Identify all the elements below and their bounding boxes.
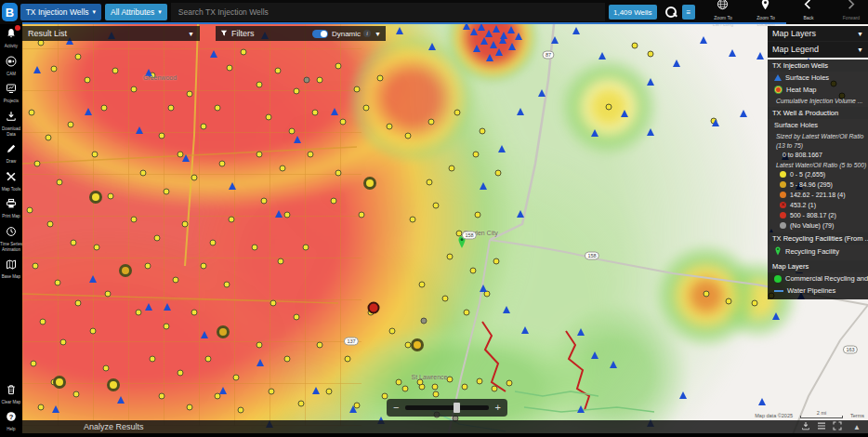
- surface-hole-marker[interactable]: [521, 326, 529, 334]
- well-marker[interactable]: [632, 43, 638, 49]
- surface-hole-marker[interactable]: [52, 405, 59, 413]
- well-marker[interactable]: [90, 328, 97, 335]
- well-marker[interactable]: [75, 300, 82, 307]
- surface-hole-marker[interactable]: [145, 303, 152, 311]
- well-marker[interactable]: [256, 82, 263, 88]
- surface-hole-marker[interactable]: [229, 182, 236, 190]
- terms-link[interactable]: Terms: [850, 413, 864, 418]
- surface-hole-marker[interactable]: [89, 275, 97, 283]
- well-marker[interactable]: [34, 161, 41, 167]
- surface-hole-marker[interactable]: [591, 129, 598, 137]
- well-marker[interactable]: [164, 324, 170, 330]
- well-marker[interactable]: [31, 361, 37, 367]
- analyze-results-bar[interactable]: Analyze Results ▲: [22, 420, 868, 433]
- surface-hole-marker[interactable]: [647, 128, 654, 136]
- surface-hole-marker[interactable]: [331, 108, 338, 115]
- surface-hole-marker[interactable]: [478, 24, 485, 31]
- well-marker[interactable]: [382, 393, 388, 400]
- well-marker[interactable]: [75, 54, 82, 60]
- well-marker[interactable]: [396, 379, 402, 386]
- well-marker[interactable]: [103, 365, 110, 372]
- well-marker[interactable]: [402, 386, 409, 392]
- surface-hole-marker[interactable]: [503, 306, 510, 313]
- well-marker[interactable]: [280, 166, 286, 172]
- well-marker[interactable]: [308, 152, 314, 158]
- well-marker[interactable]: [506, 380, 513, 387]
- list-search-icon[interactable]: ≡: [682, 5, 695, 20]
- sidebar-item-draw[interactable]: Draw: [0, 141, 22, 165]
- surface-hole-marker[interactable]: [499, 36, 506, 44]
- result-list-bar[interactable]: Result List ▼: [22, 26, 200, 41]
- sidebar-item-map-tools[interactable]: Map Tools: [0, 169, 22, 192]
- well-marker[interactable]: [201, 263, 207, 270]
- large-well-marker[interactable]: [363, 177, 376, 190]
- well-marker[interactable]: [73, 391, 80, 398]
- well-marker[interactable]: [85, 77, 91, 84]
- well-marker[interactable]: [187, 404, 193, 411]
- well-marker[interactable]: [493, 258, 500, 265]
- large-well-marker[interactable]: [53, 376, 66, 389]
- well-marker[interactable]: [473, 152, 480, 158]
- sidebar-item-activity[interactable]: Activity: [0, 26, 22, 49]
- well-marker[interactable]: [210, 240, 217, 246]
- surface-hole-marker[interactable]: [577, 405, 585, 413]
- surface-hole-marker[interactable]: [136, 126, 143, 134]
- well-marker[interactable]: [215, 105, 221, 112]
- sidebar-item-cam[interactable]: CAM: [0, 54, 22, 77]
- surface-hole-marker[interactable]: [572, 27, 580, 34]
- well-marker[interactable]: [219, 161, 226, 167]
- well-marker[interactable]: [47, 221, 54, 228]
- app-logo-icon[interactable]: B: [2, 3, 18, 21]
- wells-count-badge[interactable]: 1,409 Wells: [609, 5, 657, 20]
- well-marker[interactable]: [752, 300, 758, 307]
- surface-hole-marker[interactable]: [493, 25, 500, 33]
- well-marker[interactable]: [241, 49, 247, 56]
- well-marker[interactable]: [233, 375, 240, 381]
- dynamic-toggle[interactable]: [312, 30, 328, 38]
- well-marker[interactable]: [94, 245, 100, 251]
- well-marker[interactable]: [417, 379, 424, 386]
- well-marker[interactable]: [648, 51, 654, 58]
- large-well-marker[interactable]: [217, 325, 230, 338]
- well-marker[interactable]: [303, 245, 309, 251]
- well-marker[interactable]: [454, 110, 461, 116]
- well-marker[interactable]: [492, 386, 498, 392]
- well-marker[interactable]: [136, 310, 142, 316]
- collapse-panel-icon[interactable]: ▲: [853, 423, 861, 431]
- well-marker[interactable]: [159, 393, 165, 400]
- surface-hole-marker[interactable]: [219, 387, 227, 394]
- surface-hole-marker[interactable]: [598, 52, 606, 60]
- well-marker[interactable]: [428, 119, 435, 126]
- export-results-icon[interactable]: [801, 421, 810, 432]
- map-layers-header[interactable]: Map Layers ▼: [768, 26, 868, 42]
- well-marker[interactable]: [405, 133, 412, 139]
- surface-hole-marker[interactable]: [256, 359, 264, 366]
- surface-hole-marker[interactable]: [473, 45, 480, 52]
- filters-bar[interactable]: Filters Dynamic i ▼: [216, 26, 386, 41]
- surface-hole-marker[interactable]: [673, 60, 680, 67]
- well-marker[interactable]: [150, 356, 156, 363]
- high-ratio-well-marker[interactable]: [368, 302, 380, 314]
- sidebar-item-base-map[interactable]: Base Map: [0, 257, 22, 280]
- well-marker[interactable]: [261, 198, 268, 205]
- surface-hole-marker[interactable]: [729, 49, 736, 57]
- well-marker[interactable]: [266, 114, 272, 121]
- well-marker[interactable]: [462, 384, 468, 391]
- well-marker[interactable]: [354, 86, 361, 93]
- surface-hole-marker[interactable]: [164, 303, 171, 311]
- expand-panel-icon[interactable]: [833, 421, 842, 432]
- surface-hole-marker[interactable]: [485, 30, 493, 37]
- well-marker[interactable]: [270, 300, 277, 307]
- legend-section-header[interactable]: Map Layers: [768, 260, 868, 272]
- chevron-down-icon[interactable]: ▼: [188, 31, 194, 37]
- well-marker[interactable]: [60, 339, 67, 346]
- surface-hole-marker[interactable]: [490, 41, 497, 48]
- sidebar-item-projects[interactable]: Projects: [0, 81, 22, 104]
- well-marker[interactable]: [442, 296, 449, 302]
- well-marker[interactable]: [108, 193, 114, 200]
- well-marker[interactable]: [229, 217, 235, 223]
- well-marker[interactable]: [432, 384, 439, 391]
- well-marker[interactable]: [447, 254, 454, 260]
- well-marker[interactable]: [256, 152, 263, 158]
- well-marker[interactable]: [359, 212, 365, 218]
